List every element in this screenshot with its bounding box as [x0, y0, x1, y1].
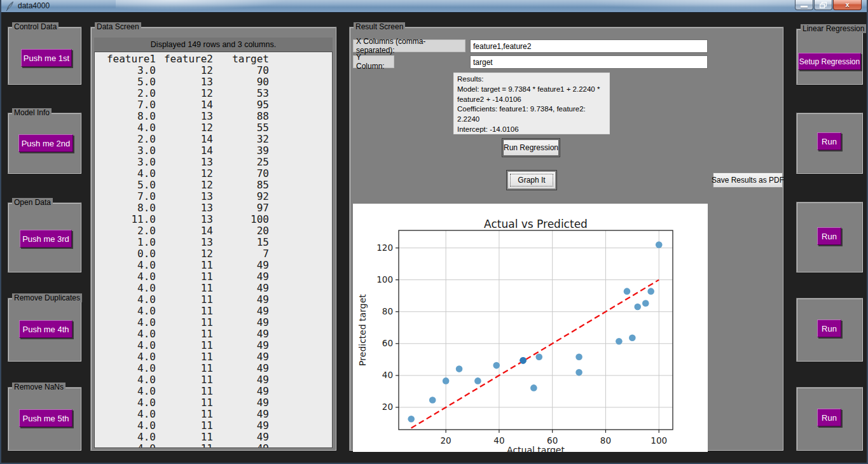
table-cell: 11: [156, 420, 213, 432]
restore-icon: [820, 2, 827, 8]
table-cell: 3.0: [95, 145, 156, 157]
table-cell: 11: [156, 328, 213, 340]
table-cell: 4.0: [95, 409, 156, 420]
table-row: 4.01149: [95, 386, 332, 397]
table-row: 4.01149: [95, 409, 332, 420]
table-cell: 11.0: [95, 214, 156, 225]
group-model-info: Model Info Push me 2nd: [8, 113, 81, 174]
setup-regression-button[interactable]: Setup Regression: [798, 53, 861, 70]
titlebar[interactable]: data4000 x: [1, 0, 867, 13]
table-cell: 3.0: [95, 65, 156, 76]
table-cell: 49: [213, 409, 269, 420]
table-cell: 11: [156, 294, 213, 306]
table-cell: 11: [156, 409, 213, 420]
data-table[interactable]: feature1feature2target3.012705.013902.01…: [94, 52, 333, 448]
run-button-3[interactable]: Run: [817, 320, 841, 337]
table-cell: 11: [156, 363, 213, 374]
table-cell: 4.0: [95, 432, 156, 443]
table-row: 1.01315: [95, 237, 332, 248]
table-cell: 13: [156, 214, 213, 225]
table-cell: 49: [213, 351, 269, 363]
table-cell: 49: [213, 294, 269, 306]
push-me-2nd-button[interactable]: Push me 2nd: [18, 134, 73, 152]
table-cell: 7.0: [95, 191, 156, 202]
chart-canvas[interactable]: 2040608010020406080100120Actual vs Predi…: [353, 204, 708, 452]
table-cell: 11: [156, 443, 213, 448]
x-columns-input[interactable]: [470, 39, 708, 53]
push-me-3rd-button[interactable]: Push me 3rd: [20, 230, 72, 248]
group-run-3: Run: [796, 298, 863, 362]
group-label: Result Screen: [354, 22, 405, 31]
table-cell: 4.0: [95, 122, 156, 134]
table-cell: 95: [213, 99, 269, 111]
table-cell: 0.0: [95, 248, 156, 260]
table-row: 7.01392: [95, 191, 332, 202]
table-cell: 49: [213, 432, 269, 443]
save-results-pdf-button[interactable]: Save Results as PDF: [713, 172, 783, 188]
scatter-plot: 2040608010020406080100120Actual vs Predi…: [353, 204, 708, 452]
table-cell: 13: [156, 157, 213, 168]
table-row: 3.01439: [95, 145, 332, 157]
table-row: 4.01149: [95, 363, 332, 374]
table-row: 4.01149: [95, 283, 332, 294]
table-cell: 12: [156, 248, 213, 260]
table-cell: 11: [156, 340, 213, 351]
table-cell: 14: [156, 145, 213, 157]
table-cell: 4.0: [95, 443, 156, 448]
table-row: 4.01149: [95, 317, 332, 328]
run-button-2[interactable]: Run: [817, 227, 841, 245]
table-row: 7.01495: [95, 99, 332, 111]
table-cell: 4.0: [95, 351, 156, 363]
table-cell: 100: [213, 214, 269, 225]
svg-text:Actual vs Predicted: Actual vs Predicted: [484, 218, 588, 230]
table-row: 5.01285: [95, 179, 332, 191]
group-remove-nans: Remove NaNs Push me 5th: [8, 387, 81, 451]
table-cell: 49: [213, 271, 269, 283]
restore-button[interactable]: [814, 0, 832, 10]
window-title: data4000: [18, 1, 50, 10]
group-linear-regression: Linear Regression Setup Regression: [796, 29, 863, 85]
window-controls: x: [794, 0, 862, 10]
graph-it-button[interactable]: Graph It: [507, 171, 556, 189]
group-data-screen: Data Screen Displayed 149 rows and 3 col…: [90, 27, 336, 451]
table-cell: 7: [213, 248, 269, 260]
group-run-4: Run: [796, 387, 863, 451]
y-column-label: Y Column:: [353, 55, 394, 68]
table-cell: 4.0: [95, 420, 156, 432]
y-column-input[interactable]: [470, 55, 708, 69]
minimize-icon: [801, 6, 808, 8]
svg-text:100: 100: [376, 274, 393, 285]
table-cell: 20: [213, 225, 269, 237]
table-row: 4.01270: [95, 168, 332, 179]
push-me-1st-button[interactable]: Push me 1st: [21, 49, 72, 67]
minimize-button[interactable]: [795, 0, 813, 10]
results-line: Intercept: -14.0106: [457, 125, 606, 134]
table-row: 2.01253: [95, 88, 332, 99]
table-cell: 4.0: [95, 283, 156, 294]
svg-text:120: 120: [376, 243, 393, 253]
close-button[interactable]: x: [833, 0, 862, 10]
run-button-1[interactable]: Run: [817, 132, 841, 150]
svg-text:80: 80: [600, 435, 611, 446]
table-cell: target: [213, 53, 269, 65]
group-label: Control Data: [12, 22, 59, 31]
run-regression-button[interactable]: Run Regression: [503, 139, 559, 156]
table-cell: 13: [156, 237, 213, 248]
table-cell: 12: [156, 179, 213, 191]
table-cell: 92: [213, 191, 269, 202]
table-row: 4.01149: [95, 328, 332, 340]
table-row: 8.01388: [95, 111, 332, 122]
table-cell: 90: [213, 76, 269, 88]
group-label: Open Data: [12, 198, 53, 207]
table-cell: 14: [156, 134, 213, 145]
svg-text:100: 100: [651, 435, 667, 446]
table-cell: 49: [213, 328, 269, 340]
table-cell: 2.0: [95, 134, 156, 145]
table-cell: 39: [213, 145, 269, 157]
table-cell: 49: [213, 386, 269, 397]
table-cell: 14: [156, 225, 213, 237]
push-me-5th-button[interactable]: Push me 5th: [19, 409, 72, 427]
results-line: feature2 + -14.0106: [457, 95, 606, 105]
push-me-4th-button[interactable]: Push me 4th: [19, 320, 72, 338]
run-button-4[interactable]: Run: [817, 409, 841, 426]
